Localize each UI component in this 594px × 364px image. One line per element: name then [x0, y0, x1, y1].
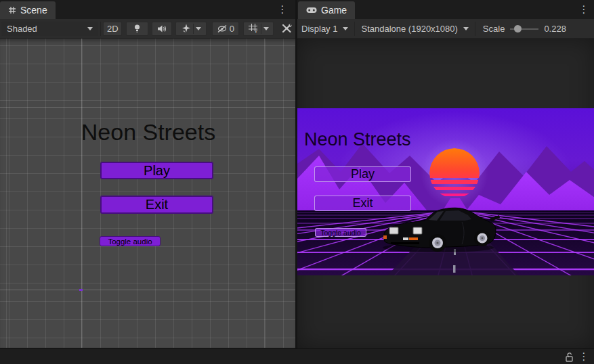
scale-slider[interactable] — [510, 22, 538, 36]
scene-tabbar: Scene ⋮ — [0, 0, 295, 19]
divider — [261, 24, 261, 34]
shading-mode-dropdown[interactable]: Shaded — [1, 22, 98, 36]
scene-canvas-title: Neon Streets — [0, 119, 295, 145]
resolution-dropdown-label: Standalone (1920x1080) — [361, 24, 457, 34]
game-tabbar: Game ⋮ — [297, 0, 594, 19]
grid-major-line — [264, 39, 265, 348]
unity-editor-window: Scene ⋮ Shaded 2D — [0, 0, 594, 364]
svg-text:Y: Y — [254, 29, 257, 33]
game-render-viewport: Neon Streets Play Exit Toggle audio — [297, 108, 594, 275]
scene-origin-gizmo — [79, 289, 83, 291]
tab-game[interactable]: Game — [298, 1, 355, 19]
game-toggle-audio-label: Toggle audio — [320, 229, 361, 237]
scale-control: Scale 0.228 — [478, 22, 568, 36]
gamepad-icon — [306, 7, 317, 14]
scene-viewport[interactable]: Neon Streets Play Exit Toggle audio — [0, 39, 295, 348]
chevron-down-icon — [87, 27, 93, 30]
car-headlight-left — [389, 227, 398, 234]
scale-slider-handle[interactable] — [514, 25, 522, 32]
game-toggle-audio-button[interactable]: Toggle audio — [315, 228, 366, 237]
game-panel: Game ⋮ Display 1 Standalone (1920x1080) … — [297, 0, 594, 348]
scene-audio-button[interactable] — [152, 22, 172, 36]
scene-play-button[interactable]: Play — [100, 162, 213, 179]
scale-value: 0.228 — [544, 24, 567, 34]
scene-panel-menu-icon[interactable]: ⋮ — [276, 3, 289, 16]
scene-tools-button[interactable] — [278, 22, 295, 36]
game-canvas-title: Neon Streets — [304, 129, 411, 150]
divider — [354, 22, 355, 36]
hidden-objects-count: 0 — [230, 24, 234, 34]
shading-mode-label: Shaded — [7, 24, 37, 34]
game-toolbar: Display 1 Standalone (1920x1080) Scale 0… — [297, 19, 594, 39]
scene-toggle-audio-label: Toggle audio — [108, 237, 152, 246]
tab-scene-label: Scene — [20, 5, 47, 16]
scene-play-label: Play — [144, 163, 170, 179]
game-play-label: Play — [351, 167, 375, 181]
car-rear-wheel — [474, 230, 490, 246]
car-headlight-right — [413, 227, 422, 234]
game-exit-button[interactable]: Exit — [314, 196, 411, 211]
grid-major-line — [0, 107, 295, 108]
lightbulb-icon — [133, 24, 142, 33]
bottom-status-bar: ⋮ — [0, 348, 594, 364]
toggle-2d-label: 2D — [107, 24, 119, 34]
divider — [193, 24, 194, 34]
divider — [475, 22, 475, 36]
tab-scene[interactable]: Scene — [0, 1, 56, 19]
eye-slash-icon — [217, 24, 228, 33]
unlock-icon[interactable] — [565, 352, 574, 362]
scene-effects-button[interactable] — [175, 22, 207, 36]
grid-icon — [8, 6, 16, 14]
toggle-2d-button[interactable]: 2D — [103, 22, 123, 36]
bottom-bar-menu-icon[interactable]: ⋮ — [578, 350, 590, 363]
chevron-down-icon — [343, 27, 348, 30]
divider — [100, 22, 101, 36]
game-panel-menu-icon[interactable]: ⋮ — [578, 3, 590, 16]
scene-gizmos-button[interactable]: Y — [243, 22, 274, 36]
game-play-button[interactable]: Play — [314, 166, 411, 182]
effects-star-icon — [182, 24, 191, 33]
scene-exit-button[interactable]: Exit — [100, 196, 213, 214]
resolution-dropdown[interactable]: Standalone (1920x1080) — [357, 24, 472, 34]
scene-lighting-button[interactable] — [126, 22, 148, 36]
tab-game-label: Game — [321, 5, 347, 16]
scene-toggle-audio-button[interactable]: Toggle audio — [100, 236, 161, 246]
scene-exit-label: Exit — [146, 197, 168, 212]
grid-major-line — [0, 290, 295, 290]
tools-icon — [282, 24, 292, 33]
game-view-background: Neon Streets Play Exit Toggle audio — [297, 39, 594, 348]
car-indicator — [409, 237, 418, 240]
grid-gizmos-icon: Y — [249, 24, 259, 33]
sun — [429, 148, 480, 198]
car-front-wheel — [429, 234, 446, 252]
chevron-down-icon — [463, 27, 469, 30]
grid-major-line — [81, 39, 82, 348]
scene-toolbar: Shaded 2D — [0, 19, 295, 39]
game-exit-label: Exit — [352, 196, 373, 210]
audio-icon — [157, 24, 167, 33]
chevron-down-icon — [196, 27, 201, 30]
chevron-down-icon — [263, 27, 269, 30]
scene-visibility-button[interactable]: 0 — [212, 22, 239, 36]
scene-panel: Scene ⋮ Shaded 2D — [0, 0, 297, 348]
display-dropdown[interactable]: Display 1 — [297, 24, 352, 34]
display-dropdown-label: Display 1 — [301, 24, 337, 34]
scale-label: Scale — [483, 24, 505, 34]
